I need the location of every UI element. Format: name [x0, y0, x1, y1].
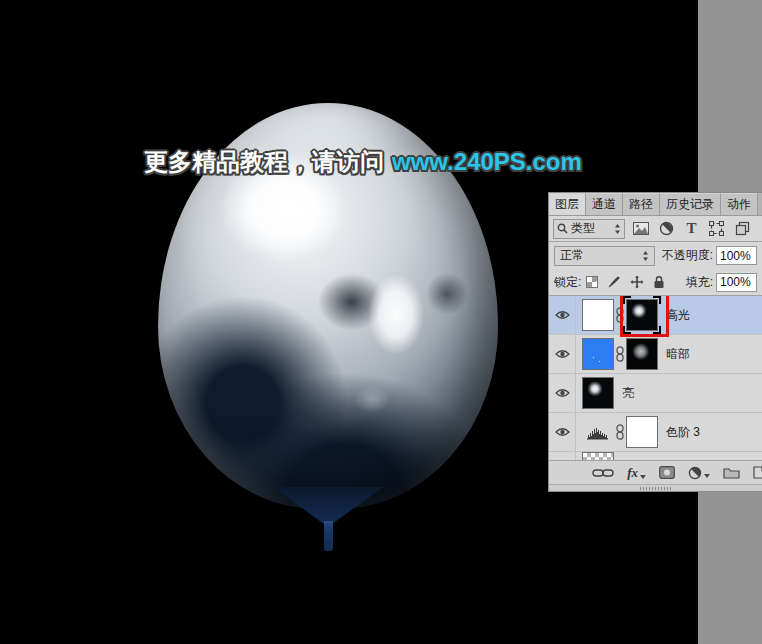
panel-resize-handle[interactable]	[549, 484, 762, 491]
watermark-text: 更多精品教程，请访问	[144, 148, 384, 175]
filter-icon-group: T	[625, 219, 758, 238]
layers-panel: 图层 通道 路径 历史记录 动作 类型 T	[548, 192, 762, 492]
visibility-toggle[interactable]	[549, 374, 576, 412]
adjustment-layer-icon[interactable]	[688, 466, 710, 480]
add-mask-icon[interactable]	[659, 466, 675, 479]
new-layer-icon[interactable]	[753, 466, 762, 479]
lock-icon-group	[586, 275, 665, 289]
visibility-toggle[interactable]	[549, 335, 576, 373]
watermark: 更多精品教程，请访问www.240PS.com	[144, 146, 582, 178]
mask-wrap	[626, 299, 658, 331]
watermark-url: www.240PS.com	[392, 148, 582, 175]
lock-bar: 锁定: 填充:	[549, 269, 762, 296]
blend-mode-value: 正常	[560, 247, 642, 264]
blend-mode-select[interactable]: 正常	[554, 246, 655, 266]
adjustment-thumbnail-slot[interactable]	[582, 425, 614, 440]
eye-icon	[555, 427, 570, 437]
visibility-toggle[interactable]	[549, 413, 576, 451]
filter-smart-objects-icon[interactable]	[733, 219, 752, 238]
mask-wrap	[626, 416, 658, 448]
filter-kind-label: 类型	[571, 220, 611, 237]
dropdown-arrow-icon	[704, 474, 710, 478]
layer-style-icon[interactable]: fx	[627, 465, 646, 481]
new-group-icon[interactable]	[723, 466, 740, 479]
layer-name[interactable]: 亮	[622, 385, 634, 402]
filter-kind-select[interactable]: 类型	[553, 219, 625, 239]
layer-row-highlight[interactable]: 高光	[549, 296, 762, 335]
lock-label: 锁定:	[554, 274, 581, 291]
mask-link-icon[interactable]	[616, 424, 624, 440]
layer-thumbnail-transparent[interactable]	[582, 452, 614, 460]
layer-mask-thumbnail[interactable]	[626, 338, 658, 370]
lock-transparency-icon[interactable]	[586, 276, 598, 288]
tab-channels[interactable]: 通道	[586, 193, 623, 215]
tab-layers[interactable]: 图层	[549, 193, 586, 215]
filter-adjustment-layers-icon[interactable]	[657, 219, 676, 238]
mask-target-brackets	[623, 296, 661, 334]
filter-type-layers-icon[interactable]: T	[682, 219, 701, 238]
layer-thumbnail[interactable]	[582, 338, 614, 370]
mask-link-icon[interactable]	[616, 346, 624, 362]
lock-all-icon[interactable]	[653, 275, 665, 289]
fill-label: 填充:	[686, 274, 713, 291]
filter-pixel-layers-icon[interactable]	[631, 219, 650, 238]
panel-tab-bar: 图层 通道 路径 历史记录 动作	[549, 193, 762, 216]
layer-mask-thumbnail[interactable]	[626, 416, 658, 448]
opacity-input[interactable]	[716, 246, 757, 265]
layer-row-bright[interactable]: 亮	[549, 374, 762, 413]
lock-position-move-icon[interactable]	[630, 275, 644, 289]
eye-icon	[555, 349, 570, 359]
layer-name[interactable]: 高光	[666, 307, 690, 324]
lock-pixels-brush-icon[interactable]	[607, 275, 621, 289]
panel-bottom-bar: fx	[549, 460, 762, 484]
layer-row-levels[interactable]: 色阶 3	[549, 413, 762, 452]
eye-icon	[555, 388, 570, 398]
layer-name[interactable]: 色阶 3	[666, 424, 700, 441]
layer-list: 高光 暗部 亮	[549, 296, 762, 460]
opacity-label: 不透明度:	[662, 247, 713, 264]
updown-arrows-icon	[642, 250, 649, 262]
visibility-toggle[interactable]	[549, 452, 576, 460]
fill-input[interactable]	[716, 273, 757, 292]
eye-icon	[555, 310, 570, 320]
tab-history[interactable]: 历史记录	[660, 193, 721, 215]
layer-thumbnail[interactable]	[582, 299, 614, 331]
layer-row-partial[interactable]	[549, 452, 762, 460]
levels-histogram-icon	[587, 425, 609, 440]
dropdown-arrow-icon	[640, 475, 646, 479]
grip-dots-icon	[640, 487, 672, 490]
layer-thumbnail[interactable]	[582, 377, 614, 409]
blend-bar: 正常 不透明度:	[549, 242, 762, 269]
filter-shape-layers-icon[interactable]	[707, 219, 726, 238]
tab-paths[interactable]: 路径	[623, 193, 660, 215]
layer-name[interactable]: 暗部	[666, 346, 690, 363]
mask-wrap	[626, 338, 658, 370]
balloon-knot	[324, 521, 333, 551]
link-layers-icon[interactable]	[592, 467, 614, 479]
search-icon	[557, 223, 568, 234]
filter-bar: 类型 T	[549, 216, 762, 242]
tab-actions[interactable]: 动作	[721, 193, 758, 215]
layer-row-dark[interactable]: 暗部	[549, 335, 762, 374]
updown-arrows-icon	[614, 223, 621, 235]
visibility-toggle[interactable]	[549, 296, 576, 334]
